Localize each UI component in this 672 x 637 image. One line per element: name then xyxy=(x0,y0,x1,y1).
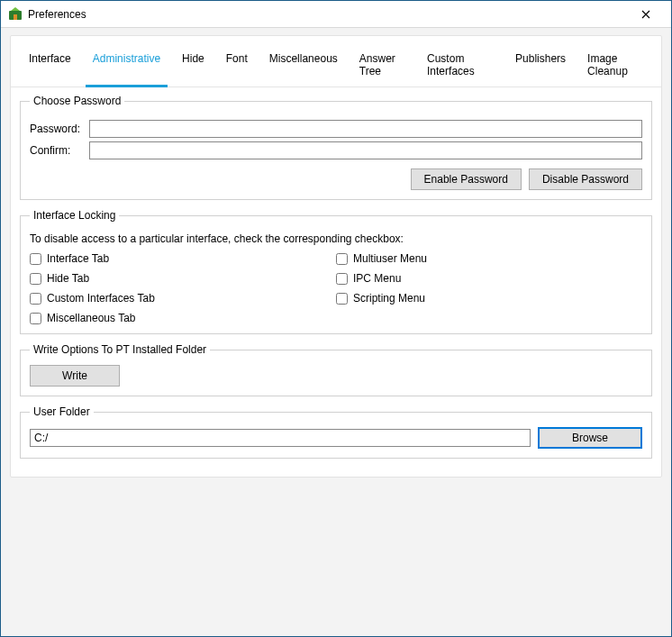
choose-password-group: Choose Password Password: Confirm: Enabl… xyxy=(20,95,652,200)
checkbox-interface-tab[interactable] xyxy=(30,253,41,265)
confirm-label: Confirm: xyxy=(30,144,89,157)
check-custom-interfaces-tab[interactable]: Custom Interfaces Tab xyxy=(30,292,336,305)
check-ipc-menu[interactable]: IPC Menu xyxy=(336,272,642,285)
tab-custom-interfaces[interactable]: Custom Interfaces xyxy=(416,45,504,86)
checkbox-custom-interfaces-tab[interactable] xyxy=(30,293,41,305)
check-interface-tab[interactable]: Interface Tab xyxy=(30,252,336,265)
check-miscellaneous-tab[interactable]: Miscellaneous Tab xyxy=(30,312,336,324)
checkbox-miscellaneous-tab[interactable] xyxy=(30,313,41,324)
title-bar: Preferences xyxy=(1,1,671,28)
checkbox-hide-tab[interactable] xyxy=(30,273,41,285)
user-folder-field[interactable] xyxy=(30,429,531,447)
choose-password-legend: Choose Password xyxy=(30,95,124,107)
close-button[interactable] xyxy=(628,7,664,22)
check-label: Hide Tab xyxy=(47,272,89,285)
check-label: Interface Tab xyxy=(47,252,109,265)
close-icon xyxy=(641,10,650,19)
tab-interface[interactable]: Interface xyxy=(18,45,82,86)
enable-password-button[interactable]: Enable Password xyxy=(411,168,522,190)
write-button[interactable]: Write xyxy=(30,365,120,387)
tab-answer-tree[interactable]: Answer Tree xyxy=(349,45,416,86)
app-icon xyxy=(8,7,23,22)
main-panel: Interface Administrative Hide Font Misce… xyxy=(10,35,662,478)
password-label: Password: xyxy=(30,123,89,135)
confirm-field[interactable] xyxy=(89,141,642,159)
tab-bar: Interface Administrative Hide Font Misce… xyxy=(11,41,661,87)
check-scripting-menu[interactable]: Scripting Menu xyxy=(336,292,642,305)
check-hide-tab[interactable]: Hide Tab xyxy=(30,272,336,285)
browse-button[interactable]: Browse xyxy=(538,427,642,449)
window-title: Preferences xyxy=(28,8,628,21)
user-folder-legend: User Folder xyxy=(30,405,94,418)
interface-locking-legend: Interface Locking xyxy=(30,209,119,222)
tab-font[interactable]: Font xyxy=(215,45,259,86)
tab-administrative[interactable]: Administrative xyxy=(82,45,171,86)
check-label: Multiuser Menu xyxy=(353,252,427,265)
tab-image-cleanup[interactable]: Image Cleanup xyxy=(577,45,654,86)
tab-miscellaneous[interactable]: Miscellaneous xyxy=(259,45,349,86)
check-label: Miscellaneous Tab xyxy=(47,312,136,324)
tab-hide[interactable]: Hide xyxy=(171,45,215,86)
checkbox-ipc-menu[interactable] xyxy=(336,273,348,285)
check-label: IPC Menu xyxy=(353,272,401,285)
check-label: Custom Interfaces Tab xyxy=(47,292,155,305)
password-field[interactable] xyxy=(89,120,642,138)
checkbox-scripting-menu[interactable] xyxy=(336,293,348,305)
write-options-group: Write Options To PT Installed Folder Wri… xyxy=(20,343,652,396)
disable-password-button[interactable]: Disable Password xyxy=(529,168,642,190)
interface-locking-group: Interface Locking To disable access to a… xyxy=(20,209,652,334)
content-area: Interface Administrative Hide Font Misce… xyxy=(1,28,671,636)
interface-locking-help: To disable access to a particular interf… xyxy=(30,232,642,245)
check-label: Scripting Menu xyxy=(353,292,425,305)
check-multiuser-menu[interactable]: Multiuser Menu xyxy=(336,252,642,265)
svg-rect-1 xyxy=(14,14,17,20)
tab-publishers[interactable]: Publishers xyxy=(504,45,577,86)
write-options-legend: Write Options To PT Installed Folder xyxy=(30,343,210,356)
user-folder-group: User Folder Browse xyxy=(20,405,652,459)
checkbox-multiuser-menu[interactable] xyxy=(336,253,348,265)
